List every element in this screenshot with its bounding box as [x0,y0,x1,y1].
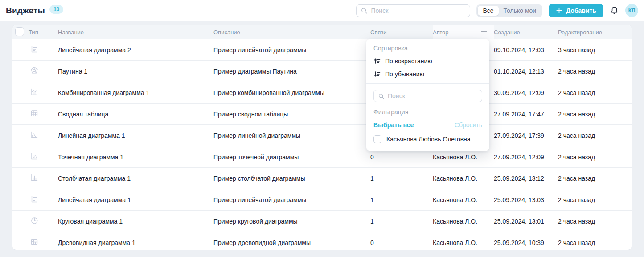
widget-edited-date: 2 часа назад [558,132,632,139]
line-chart-icon [30,130,39,139]
table-row[interactable]: Точечная диаграмма 1 Пример точечной диа… [12,146,632,168]
widget-description: Пример сводной таблицы [213,111,370,118]
widget-edited-date: 2 часа назад [558,111,632,118]
widget-type-cell [29,66,58,76]
widget-name: Паутина 1 [58,68,213,75]
sort-descending-option[interactable]: По убыванию [373,70,482,78]
sort-descending-label: По убыванию [385,70,424,78]
add-widget-label: Добавить [566,7,596,14]
widget-edited-date: 2 часа назад [558,196,632,203]
notifications-bell-icon[interactable] [610,6,619,15]
author-filter-dropdown: Сортировка По возрастанию По убыванию Фи… [366,39,489,151]
table-row[interactable]: Древовидная диаграмма 1 Пример древовидн… [12,232,632,250]
filter-section-label: Фильтрация [373,108,482,116]
table-header: Тип Название Описание Связи Автор Создан… [12,25,632,39]
widget-links-count: 0 [370,239,433,246]
widget-created-date: 25.09.2024, 13:03 [494,196,558,203]
widget-edited-date: 3 часа назад [558,46,632,54]
widget-name: Сводная таблица [58,111,213,118]
table-row[interactable]: Комбинированная диаграмма 1 Пример комби… [12,82,632,104]
widget-links-count: 0 [370,153,433,161]
widget-links-count: 1 [370,218,433,225]
search-icon [378,93,385,99]
widget-type-cell [29,45,58,55]
sort-section-label: Сортировка [373,45,482,52]
author-option-label: Касьянова Любовь Олеговна [386,136,471,143]
filter-only-mine-button[interactable]: Только мои [499,6,541,16]
scatter-chart-icon [30,152,39,161]
column-header-description[interactable]: Описание [213,29,370,36]
widget-created-date: 09.10.2024, 12:03 [494,46,558,54]
bar-horizontal-chart-icon [30,45,39,54]
user-avatar[interactable]: КЛ [625,4,638,17]
table-row[interactable]: Столбчатая диаграмма 1 Пример столбчатой… [12,168,632,189]
widget-description: Пример линейной диаграммы [213,132,370,139]
widget-author: Касьянова Л.О. [433,239,494,246]
widget-edited-date: 2 часа назад [558,68,632,75]
search-input[interactable] [371,7,466,14]
column-header-created[interactable]: Создание [494,29,558,36]
author-option-checkbox[interactable] [373,135,381,143]
widget-type-cell [29,152,58,162]
widget-name: Круговая диаграмма 1 [58,218,213,225]
pivot-table-icon [30,109,39,118]
dropdown-divider [366,83,489,84]
select-all-checkbox[interactable] [15,27,24,36]
widget-author: Касьянова Л.О. [433,153,494,161]
widget-description: Пример столбчатой диаграммы [213,175,370,182]
widget-type-cell [29,195,58,205]
author-filter-option[interactable]: Касьянова Любовь Олеговна [373,135,482,143]
widget-links-count: 1 [370,175,433,182]
table-row[interactable]: Линейчатая диаграмма 1 Пример линейчатой… [12,189,632,211]
author-search[interactable] [373,90,482,102]
widget-type-cell [29,237,58,248]
table-row[interactable]: Паутина 1 Пример диаграммы Паутина 01.10… [12,61,632,82]
topbar: Виджеты 10 Все Только мои Добавить КЛ [0,0,644,21]
widget-created-date: 27.09.2024, 17:47 [494,111,558,118]
table-body: Линейчатая диаграмма 2 Пример линейчатой… [12,39,632,250]
widget-author: Касьянова Л.О. [433,218,494,225]
widget-type-cell [29,216,58,226]
widget-description: Пример линейчатой диаграммы [213,46,370,54]
widget-created-date: 25.09.2024, 13:12 [494,175,558,182]
table-row[interactable]: Линейчатая диаграмма 2 Пример линейчатой… [12,39,632,61]
widget-created-date: 30.09.2024, 12:09 [494,89,558,96]
widget-author: Касьянова Л.О. [433,196,494,203]
author-header-label: Автор [433,29,449,36]
table-row[interactable]: Сводная таблица Пример сводной таблицы 2… [12,104,632,125]
widget-created-date: 27.09.2024, 12:09 [494,153,558,161]
widget-edited-date: 2 часа назад [558,218,632,225]
widget-type-cell [29,87,58,98]
sort-ascending-option[interactable]: По возрастанию [373,58,482,65]
select-all-button[interactable]: Выбрать все [373,121,414,128]
column-header-edited[interactable]: Редактирование [558,29,632,36]
scope-toggle: Все Только мои [476,4,542,17]
filter-icon[interactable] [480,29,488,36]
widget-description: Пример комбинированной диаграммы [213,89,370,96]
table-row[interactable]: Линейная диаграмма 1 Пример линейной диа… [12,125,632,146]
widget-description: Пример древовидной диаграммы [213,239,370,246]
widget-name: Древовидная диаграмма 1 [58,239,213,246]
widget-created-date: 25.09.2024, 13:01 [494,218,558,225]
column-header-type[interactable]: Тип [29,29,58,36]
widget-type-cell [29,130,58,141]
column-header-name[interactable]: Название [58,29,213,36]
global-search[interactable] [356,4,470,17]
reset-button[interactable]: Сбросить [455,121,482,128]
filter-all-button[interactable]: Все [478,6,498,16]
add-widget-button[interactable]: Добавить [549,4,603,17]
author-search-input[interactable] [388,92,478,99]
widget-created-date: 25.09.2024, 10:39 [494,239,558,246]
treemap-chart-icon [30,237,39,246]
widget-links-count: 1 [370,196,433,203]
widget-name: Точечная диаграмма 1 [58,153,213,161]
table-row[interactable]: Круговая диаграмма 1 Пример круговой диа… [12,211,632,232]
widget-description: Пример точечной диаграммы [213,153,370,161]
widget-description: Пример диаграммы Паутина [213,68,370,75]
widget-edited-date: 2 часа назад [558,175,632,182]
widget-edited-date: 2 часа назад [558,239,632,246]
column-header-author[interactable]: Автор [433,25,494,39]
bar-horizontal-chart-icon [30,195,39,203]
widget-created-date: 27.09.2024, 17:39 [494,132,558,139]
column-header-links[interactable]: Связи [370,29,433,36]
